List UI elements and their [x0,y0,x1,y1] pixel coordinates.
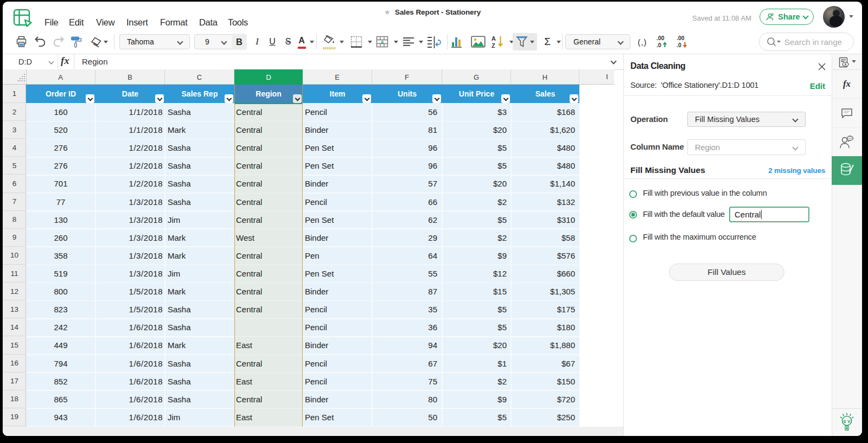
svg-text:.0: .0 [676,42,681,48]
svg-text:.00: .00 [676,35,685,41]
svg-text:Z: Z [492,42,495,49]
svg-text:.0: .0 [656,42,661,48]
svg-text:A: A [492,35,496,42]
svg-text:.00: .00 [656,35,665,41]
